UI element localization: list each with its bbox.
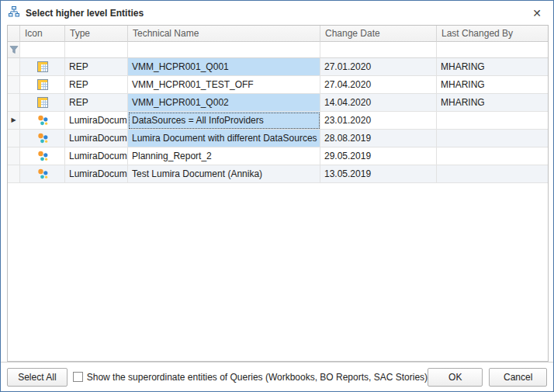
type-cell: REP xyxy=(65,94,128,112)
column-header-type[interactable]: Type xyxy=(65,26,128,42)
type-cell: LumiraDocum... xyxy=(65,112,128,130)
filter-row xyxy=(8,42,548,58)
entity-icon-cell xyxy=(20,112,65,130)
filter-funnel-icon xyxy=(8,42,20,58)
superordinate-checkbox-group: Show the superordinate entities of Queri… xyxy=(73,372,428,383)
entity-icon-cell xyxy=(20,94,65,112)
ok-button[interactable]: OK xyxy=(428,368,483,387)
select-entities-dialog: Select higher level Entities ✕ Icon Type… xyxy=(0,0,554,392)
table-row[interactable]: REP VMM_HCPR001_Q002 14.04.2020 MHARING xyxy=(8,94,548,112)
type-cell: LumiraDocum... xyxy=(65,130,128,147)
last-changed-by-cell: MHARING xyxy=(437,94,548,112)
footer-bar: Select All Show the superordinate entiti… xyxy=(1,362,553,391)
technical-name-cell[interactable]: DataSources = All InfoProviders xyxy=(128,112,320,130)
technical-name-cell[interactable]: VMM_HCPR001_TEST_OFF xyxy=(128,76,320,94)
table-row[interactable]: LumiraDocum... Lumira Document with diff… xyxy=(8,130,548,147)
technical-name-cell[interactable]: Test Lumira Document (Annika) xyxy=(128,165,320,183)
grid-header-row: Icon Type Technical Name Change Date Las… xyxy=(8,26,548,42)
entity-icon-cell xyxy=(20,58,65,76)
filter-input-last-changed-by[interactable] xyxy=(437,42,548,58)
last-changed-by-cell: MHARING xyxy=(437,58,548,76)
rep-report-icon xyxy=(36,96,49,109)
row-indicator xyxy=(8,58,20,76)
column-header-change-date[interactable]: Change Date xyxy=(320,26,437,42)
last-changed-by-cell: MHARING xyxy=(437,76,548,94)
row-indicator xyxy=(8,76,20,94)
technical-name-cell[interactable]: Planning_Report_2 xyxy=(128,147,320,165)
rep-report-icon xyxy=(36,61,49,73)
last-changed-by-cell xyxy=(437,147,548,165)
type-cell: LumiraDocum... xyxy=(65,165,128,183)
lumira-document-icon xyxy=(36,150,49,162)
last-changed-by-cell xyxy=(437,112,548,130)
column-header-technical-name[interactable]: Technical Name xyxy=(128,26,320,42)
hierarchy-icon xyxy=(8,5,20,21)
type-cell: LumiraDocum... xyxy=(65,147,128,165)
change-date-cell: 27.04.2020 xyxy=(320,76,437,94)
titlebar: Select higher level Entities ✕ xyxy=(1,1,553,25)
technical-name-cell[interactable]: Lumira Document with different DataSourc… xyxy=(128,130,320,147)
row-indicator xyxy=(8,165,20,183)
last-changed-by-cell xyxy=(437,165,548,183)
table-row[interactable]: LumiraDocum... Test Lumira Document (Ann… xyxy=(8,165,548,183)
filter-input-technical-name[interactable] xyxy=(128,42,320,58)
lumira-document-icon xyxy=(36,114,49,127)
superordinate-checkbox-label: Show the superordinate entities of Queri… xyxy=(87,372,428,383)
close-icon[interactable]: ✕ xyxy=(527,4,547,23)
filter-input-type[interactable] xyxy=(65,42,128,58)
superordinate-queries-checkbox[interactable] xyxy=(73,372,83,382)
table-row[interactable]: REP VMM_HCPR001_Q001 27.01.2020 MHARING xyxy=(8,58,548,76)
change-date-cell: 27.01.2020 xyxy=(320,58,437,76)
select-all-button[interactable]: Select All xyxy=(7,368,68,387)
change-date-cell: 28.08.2019 xyxy=(320,130,437,147)
row-indicator xyxy=(8,130,20,147)
type-cell: REP xyxy=(65,58,128,76)
last-changed-by-cell xyxy=(437,130,548,147)
table-row[interactable]: REP VMM_HCPR001_TEST_OFF 27.04.2020 MHAR… xyxy=(8,76,548,94)
entity-icon-cell xyxy=(20,130,65,147)
dialog-title: Select higher level Entities xyxy=(26,8,521,19)
entity-icon-cell xyxy=(20,147,65,165)
column-header-last-changed-by[interactable]: Last Changed By xyxy=(437,26,548,42)
filter-input-icon[interactable] xyxy=(20,42,65,58)
technical-name-cell[interactable]: VMM_HCPR001_Q001 xyxy=(128,58,320,76)
cancel-button[interactable]: Cancel xyxy=(489,368,547,387)
column-header-icon[interactable]: Icon xyxy=(20,26,65,42)
entity-icon-cell xyxy=(20,76,65,94)
row-indicator: ▶ xyxy=(8,112,20,130)
change-date-cell: 13.05.2019 xyxy=(320,165,437,183)
change-date-cell: 23.01.2020 xyxy=(320,112,437,130)
entities-grid: Icon Type Technical Name Change Date Las… xyxy=(7,25,549,362)
entity-icon-cell xyxy=(20,165,65,183)
filter-input-change-date[interactable] xyxy=(320,42,437,58)
table-row[interactable]: ▶ LumiraDocum... DataSources = All InfoP… xyxy=(8,112,548,130)
lumira-document-icon xyxy=(36,132,49,144)
row-focus-arrow: ▶ xyxy=(11,117,16,123)
change-date-cell: 14.04.2020 xyxy=(320,94,437,112)
lumira-document-icon xyxy=(36,168,49,180)
grid-rows: REP VMM_HCPR001_Q001 27.01.2020 MHARING … xyxy=(8,58,548,183)
change-date-cell: 29.05.2019 xyxy=(320,147,437,165)
row-indicator xyxy=(8,147,20,165)
table-row[interactable]: LumiraDocum... Planning_Report_2 29.05.2… xyxy=(8,147,548,165)
rep-report-icon xyxy=(36,78,49,91)
column-header-indicator xyxy=(8,26,20,42)
type-cell: REP xyxy=(65,76,128,94)
technical-name-cell[interactable]: VMM_HCPR001_Q002 xyxy=(128,94,320,112)
row-indicator xyxy=(8,94,20,112)
